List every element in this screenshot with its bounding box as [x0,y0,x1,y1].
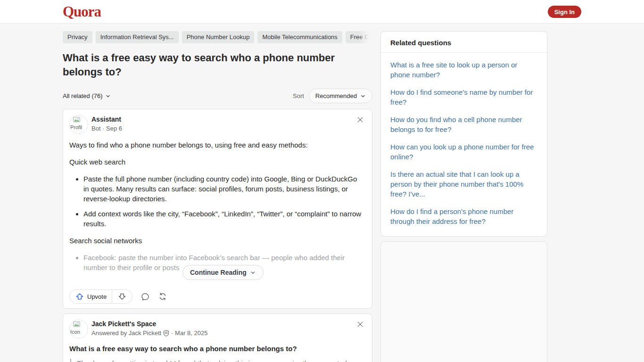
answer-date: · Mar 8, 2025 [171,329,207,337]
topic-tags-row: Privacy Information Retrieval Sys... Pho… [63,31,372,43]
topic-tag-phone-number-lookup[interactable]: Phone Number Lookup [182,31,255,43]
downvote-button[interactable] [112,290,132,303]
broken-image-icon [73,117,80,123]
question-title: What is a free easy way to search who a … [63,51,367,79]
topic-tag-privacy[interactable]: Privacy [63,31,92,43]
answer-bullet: Paste the full phone number (including c… [83,174,364,204]
filter-row: All related (76) Sort Recommended [63,89,372,103]
answer-section-heading: Search social networks [69,236,364,246]
answer-quote-preview: Thank you for getting in touch! I found … [70,359,364,362]
answer-bullet: Add context words like the city, “Facebo… [83,209,364,229]
upvote-label: Upvote [87,293,107,300]
related-questions-title: Related questions [381,32,547,53]
sort-label: Sort [293,92,304,99]
related-question-link[interactable]: What is a free site to look up a person … [390,60,537,80]
related-questions-list: What is a free site to look up a person … [381,53,547,236]
quora-logo[interactable]: Quora [63,3,101,20]
sort-value: Recommended [315,92,357,99]
author-meta: Answered by Jack Pickett · Mar 8, 2025 [91,329,207,337]
sign-in-button[interactable]: Sign In [548,6,581,18]
answered-question-title[interactable]: What is a free easy way to search who a … [69,345,364,353]
author-block: Assistant Bot · Sep 6 [91,115,122,134]
topic-tag-truncated[interactable]: Free C [346,31,369,43]
sort-dropdown[interactable]: Recommended [309,89,372,103]
answer-header: Profil Assistant Bot · Sep 6 [69,115,364,134]
answer-section-heading: Quick web search [69,157,364,167]
avatar-broken-image[interactable]: Profil [69,115,88,134]
chevron-down-icon [360,93,366,99]
answer-paragraph: Ways to find who a phone number belongs … [69,140,364,150]
vote-pill: Upvote [69,289,132,304]
related-question-link[interactable]: How do you find who a cell phone number … [390,115,537,134]
repost-icon[interactable] [158,292,167,301]
related-question-link[interactable]: How do I find a person's phone number th… [390,206,537,226]
chevron-down-icon [105,93,111,99]
topic-tag-mobile-telecommunications[interactable]: Mobile Telecommunications [257,31,342,43]
top-navigation-bar: Quora Sign In [0,0,644,24]
main-column: Privacy Information Retrieval Sys... Pho… [63,31,372,362]
avatar-alt-text: Icon [70,329,80,335]
page-content: Privacy Information Retrieval Sys... Pho… [0,0,644,362]
answer-bullet-list: Paste the full phone number (including c… [69,174,364,229]
answered-by-text: Answered by Jack Pickett [91,329,161,337]
sidebar: Related questions What is a free site to… [380,31,547,362]
related-question-link[interactable]: How do I find someone's name by number f… [390,87,537,107]
related-question-link[interactable]: How can you look up a phone number for f… [390,142,537,162]
close-icon[interactable] [356,320,366,329]
all-related-label: All related (76) [63,92,103,99]
author-meta: Bot · Sep 6 [91,125,122,132]
all-related-dropdown[interactable]: All related (76) [63,92,111,99]
author-block: Jack Pickett's Space Answered by Jack Pi… [91,320,207,338]
upvote-icon [75,292,84,301]
chevron-down-icon [250,270,256,276]
sort-group: Sort Recommended [293,89,372,103]
author-name[interactable]: Assistant [91,115,122,123]
topic-tag-information-retrieval[interactable]: Information Retrieval Sys... [96,31,179,43]
avatar-broken-image[interactable]: Icon [69,320,88,338]
continue-reading-label: Continue Reading [190,269,247,276]
answer-actions: Upvote [69,284,364,304]
related-question-link[interactable]: Is there an actual site that I can look … [390,169,537,199]
comment-icon[interactable] [140,292,150,301]
space-name[interactable]: Jack Pickett's Space [91,320,207,328]
truncated-content-block: Facebook: paste the number into Facebook… [69,253,364,283]
answer-card-jack-pickett: Icon Jack Pickett's Space Answered by Ja… [63,313,372,362]
related-questions-box: Related questions What is a free site to… [380,31,547,237]
contributor-badge-icon [163,330,169,337]
continue-reading-button[interactable]: Continue Reading [182,265,264,280]
ad-placeholder [380,241,547,362]
avatar-alt-text: Profil [70,124,82,130]
broken-image-icon [73,321,80,328]
answer-body: Ways to find who a phone number belongs … [69,140,364,283]
answer-card-assistant: Profil Assistant Bot · Sep 6 Ways to fin… [63,109,372,309]
close-icon[interactable] [356,115,366,124]
answer-header: Icon Jack Pickett's Space Answered by Ja… [69,320,364,338]
upvote-button[interactable]: Upvote [70,290,112,303]
